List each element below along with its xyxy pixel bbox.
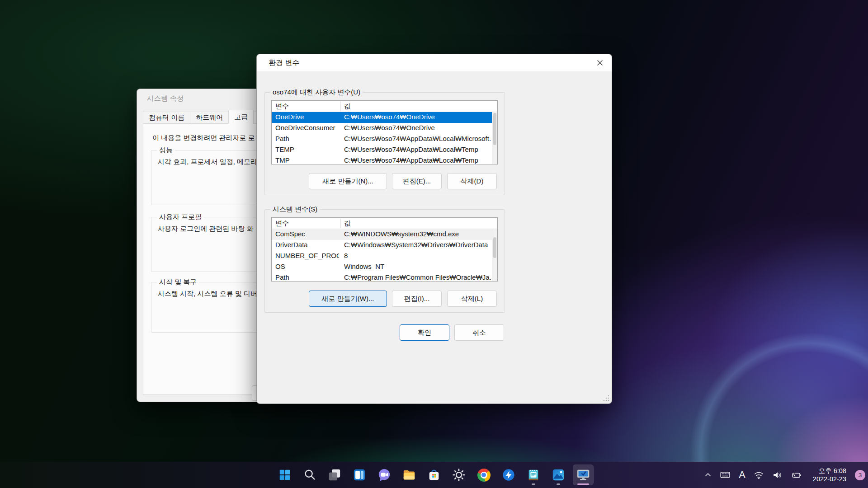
system-col-variable[interactable]: 변수 [275, 219, 289, 228]
startup-recovery-description: 시스템 시작, 시스템 오류 및 디버 [158, 290, 257, 298]
chrome-button[interactable] [473, 465, 494, 485]
system-new-button[interactable]: 새로 만들기(W)... [309, 291, 387, 307]
tab-hardware[interactable]: 하드웨어 [190, 112, 229, 124]
user-profiles-description: 사용자 로그인에 관련된 바탕 화 [158, 225, 254, 233]
cancel-button[interactable]: 취소 [454, 324, 504, 341]
system-var-row-comspec[interactable]: ComSpec C:₩WINDOWS₩system32₩cmd.exe [272, 229, 497, 240]
widgets-button[interactable] [349, 465, 370, 485]
notepad-icon [527, 468, 540, 482]
user-var-row-onedrive[interactable]: OneDrive C:₩Users₩oso74₩OneDrive [272, 112, 497, 123]
user-profiles-group-title: 사용자 프로필 [157, 213, 204, 221]
photos-icon [552, 468, 565, 482]
system-properties-icon [576, 468, 590, 482]
file-explorer-icon [402, 468, 416, 482]
system-edit-button[interactable]: 편집(I)... [392, 291, 442, 307]
column-divider[interactable] [340, 102, 341, 111]
tab-computer-name[interactable]: 컴퓨터 이름 [143, 112, 190, 124]
ime-mode-label: A [739, 469, 745, 481]
photos-button[interactable] [548, 465, 569, 485]
user-new-button[interactable]: 새로 만들기(N)... [309, 173, 387, 189]
clock-button[interactable]: 오후 6:08 2022-02-23 [807, 466, 852, 484]
messenger-button[interactable] [498, 465, 519, 485]
battery-button[interactable] [788, 466, 805, 484]
user-var-row-path[interactable]: Path C:₩Users₩oso74₩AppData₩Local₩Micros… [272, 134, 497, 145]
lightning-messenger-icon [502, 468, 515, 482]
user-variables-list[interactable]: 변수 값 OneDrive C:₩Users₩oso74₩OneDrive On… [271, 100, 498, 164]
user-var-row-onedriveconsumer[interactable]: OneDriveConsumer C:₩Users₩oso74₩OneDrive [272, 123, 497, 134]
task-view-icon [328, 468, 341, 482]
env-dialog-title: 환경 변수 [269, 58, 299, 68]
system-var-row-os[interactable]: OS Windows_NT [272, 262, 497, 272]
user-edit-button[interactable]: 편집(E)... [392, 173, 442, 189]
user-scrollbar-thumb[interactable] [493, 113, 496, 145]
tray-date: 2022-02-23 [813, 475, 846, 483]
chrome-icon [477, 469, 491, 482]
start-icon [278, 468, 292, 482]
user-list-header[interactable]: 변수 값 [272, 101, 497, 112]
search-button[interactable] [299, 465, 320, 485]
tray-time: 오후 6:08 [813, 467, 846, 475]
close-icon[interactable] [590, 54, 610, 71]
system-delete-button[interactable]: 삭제(L) [447, 291, 497, 307]
store-icon [427, 468, 441, 482]
start-button[interactable] [274, 465, 295, 485]
env-dialog-titlebar[interactable]: 환경 변수 [257, 54, 612, 71]
performance-description: 시각 효과, 프로세서 일정, 메모리 [158, 158, 257, 166]
settings-gear-icon [452, 468, 466, 482]
task-view-button[interactable] [324, 465, 345, 485]
system-var-row-path[interactable]: Path C:₩Program Files₩Common Files₩Oracl… [272, 272, 497, 282]
wifi-icon [754, 470, 764, 480]
hidden-icons-button[interactable] [701, 466, 715, 484]
touch-keyboard-button[interactable] [717, 466, 734, 484]
chat-button[interactable] [374, 465, 395, 485]
user-col-value[interactable]: 값 [344, 102, 351, 111]
performance-group-title: 성능 [157, 146, 175, 155]
chat-icon [377, 468, 391, 482]
taskbar-center-icons [274, 462, 594, 488]
user-var-row-tmp[interactable]: TMP C:₩Users₩oso74₩AppData₩Local₩Temp [272, 155, 497, 164]
system-scrollbar-thumb[interactable] [493, 237, 496, 258]
admin-notice-text: 이 내용을 변경하려면 관리자로 로 [152, 134, 255, 142]
system-variables-group-title: 시스템 변수(S) [270, 205, 320, 214]
user-list-scrollbar[interactable] [492, 112, 497, 164]
network-button[interactable] [750, 466, 767, 484]
system-properties-title: 시스템 속성 [147, 94, 184, 103]
system-properties-taskbar-button[interactable] [573, 465, 594, 485]
notification-badge[interactable]: 3 [855, 470, 865, 480]
system-var-row-driverdata[interactable]: DriverData C:₩Windows₩System32₩Drivers₩D… [272, 240, 497, 251]
file-explorer-button[interactable] [399, 465, 420, 485]
user-delete-button[interactable]: 삭제(D) [447, 173, 497, 189]
chevron-up-icon [704, 471, 712, 479]
system-list-scrollbar[interactable] [492, 229, 497, 281]
search-icon [303, 468, 316, 482]
user-variables-group-title: oso74에 대한 사용자 변수(U) [270, 88, 363, 97]
speaker-icon [772, 470, 783, 480]
system-var-row-numberofprocessors[interactable]: NUMBER_OF_PROC... 8 [272, 251, 497, 262]
ime-mode-button[interactable]: A [736, 466, 749, 484]
taskbar: A 오후 6:08 [0, 462, 868, 488]
system-col-value[interactable]: 값 [344, 219, 351, 228]
keyboard-icon [720, 469, 731, 480]
system-list-header[interactable]: 변수 값 [272, 218, 497, 229]
user-var-row-temp[interactable]: TEMP C:₩Users₩oso74₩AppData₩Local₩Temp [272, 145, 497, 155]
resize-grip[interactable] [602, 394, 609, 401]
volume-button[interactable] [769, 466, 786, 484]
column-divider[interactable] [340, 219, 341, 228]
active-window-indicator [577, 483, 589, 485]
environment-variables-dialog[interactable]: 환경 변수 oso74에 대한 사용자 변수(U) 변수 값 OneDrive … [256, 54, 612, 404]
settings-button[interactable] [448, 465, 469, 485]
notepad-button[interactable] [523, 465, 544, 485]
running-indicator [532, 483, 535, 485]
system-tray: A 오후 6:08 [701, 462, 865, 488]
battery-charging-icon [791, 469, 802, 481]
running-indicator [557, 483, 560, 485]
store-button[interactable] [424, 465, 444, 485]
widgets-icon [353, 468, 366, 482]
user-col-variable[interactable]: 변수 [275, 102, 289, 111]
startup-recovery-group-title: 시작 및 복구 [157, 278, 199, 286]
system-variables-list[interactable]: 변수 값 ComSpec C:₩WINDOWS₩system32₩cmd.exe… [271, 217, 498, 282]
tab-advanced[interactable]: 고급 [228, 110, 254, 124]
ok-button[interactable]: 확인 [400, 324, 449, 341]
